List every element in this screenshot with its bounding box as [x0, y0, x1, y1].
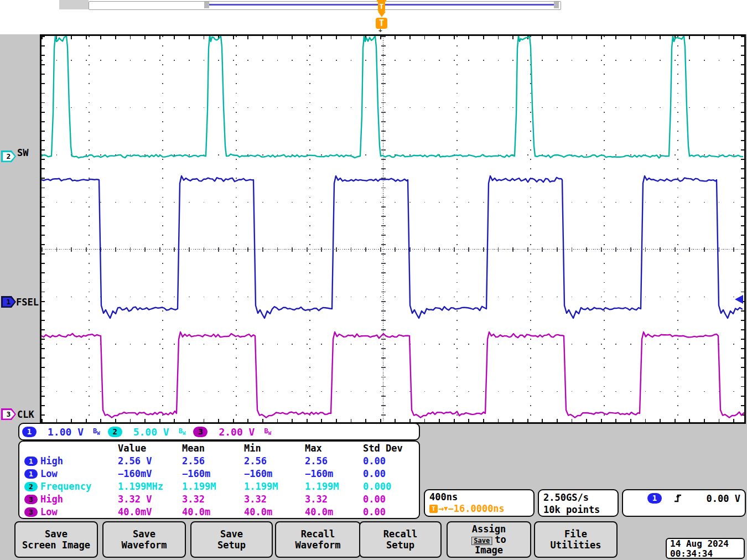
rising-edge-icon: [674, 494, 683, 503]
menu-button-recall-setup[interactable]: RecallSetup: [359, 521, 442, 558]
measurement-max: −160m: [305, 468, 363, 480]
menu-button-save-screen-image[interactable]: SaveScreen Image: [14, 521, 98, 558]
measurement-std: 0.00: [363, 455, 419, 468]
measurement-value: 2.56 V: [118, 455, 182, 468]
measurement-name: Frequency: [40, 480, 118, 493]
measurement-std: 0.000: [363, 480, 419, 493]
bandwidth-limit-badge: BW: [179, 427, 186, 436]
measurement-channel-badge: 3: [24, 507, 38, 517]
channel-3-position-marker[interactable]: 3: [1, 408, 16, 420]
measurement-value: 1.199MHz: [118, 480, 182, 493]
waveform-traces: [42, 36, 744, 422]
measurement-max: 40.0m: [305, 506, 363, 518]
horizontal-settings-box[interactable]: 400ns T → ▼ −16.0000ns: [424, 489, 535, 517]
measurement-min: 40.0m: [244, 506, 305, 518]
trigger-cross-mark: +: [378, 27, 382, 34]
trace-sw: [42, 36, 743, 158]
acquisition-box[interactable]: 2.50GS/s 10k points: [538, 489, 619, 517]
measurement-std: 0.00: [363, 506, 419, 518]
trigger-delay-value: −16.0000ns: [448, 503, 504, 514]
measurement-mean: 1.199M: [182, 480, 244, 493]
col-header-mean: Mean: [182, 442, 244, 455]
menu-button-save-waveform[interactable]: SaveWaveform: [102, 521, 186, 558]
arrow-right-icon: →: [438, 503, 444, 514]
sample-rate: 2.50GS/s: [543, 491, 618, 504]
col-header-stddev: Std Dev: [363, 442, 419, 455]
measurement-name: High: [40, 493, 118, 506]
measurement-min: −160m: [244, 468, 305, 480]
col-header-min: Min: [244, 442, 305, 455]
trigger-delay-readout: T → ▼ −16.0000ns: [429, 503, 533, 514]
channel-2-position-marker[interactable]: 2: [1, 151, 16, 162]
measurement-panel: Value Mean Min Max Std Dev 1High2.56 V2.…: [18, 440, 420, 519]
measurement-value: 3.32 V: [118, 493, 182, 506]
channel-scale-bar[interactable]: 11.00 VBW25.00 VBW32.00 VBW: [18, 423, 420, 440]
menu-button-file-utilities[interactable]: FileUtilities: [534, 521, 618, 558]
measurement-min: 3.32: [244, 493, 305, 506]
top-strip-gray-block: [59, 0, 89, 9]
record-window-right-bracket[interactable]: [554, 2, 559, 8]
measurement-mean: 40.0m: [182, 506, 244, 518]
trace-label-sw: SW: [17, 147, 28, 158]
measurement-max: 2.56: [305, 455, 363, 468]
oscilloscope-screen: T T + 2 SW 1 FSEL 3 CLK 11.00 VBW25.00 V…: [0, 0, 747, 560]
measurement-mean: 3.32: [182, 493, 244, 506]
trigger-position-flag[interactable]: T: [378, 1, 385, 12]
date-text: 14 Aug 2024: [670, 539, 744, 549]
record-window-left-bracket[interactable]: [204, 2, 209, 8]
channel-2-badge[interactable]: 2: [108, 427, 122, 437]
measurement-value: 40.0mV: [118, 506, 182, 518]
trace-clk: [42, 332, 744, 418]
mini-save-badge: Save: [471, 537, 492, 545]
trigger-level-arrow-icon[interactable]: [735, 295, 743, 304]
trace-label-clk: CLK: [17, 409, 34, 420]
channel-3-scale[interactable]: 2.00 V: [219, 426, 255, 438]
trigger-level-value: 0.00 V: [707, 493, 740, 504]
bandwidth-limit-badge: BW: [264, 427, 271, 436]
measurement-channel-badge: 1: [24, 457, 38, 466]
measurement-name: Low: [40, 468, 118, 480]
channel-1-position-marker[interactable]: 1: [1, 296, 16, 308]
measurement-mean: 2.56: [182, 455, 244, 468]
measurement-channel-badge: 2: [24, 482, 38, 491]
channel-2-scale[interactable]: 5.00 V: [133, 426, 169, 438]
time-text: 00:34:34: [670, 549, 744, 559]
timebase-scale: 400ns: [429, 491, 533, 502]
measurement-std: 0.00: [363, 468, 419, 480]
measurement-mean: −160m: [182, 468, 244, 480]
measurement-max: 1.199M: [305, 480, 363, 493]
waveform-display: [40, 34, 746, 424]
trigger-settings-box[interactable]: 1 0.00 V: [622, 489, 746, 517]
measurement-std: 0.00: [363, 493, 419, 506]
measurement-max: 3.32: [305, 493, 363, 506]
trace-fsel: [42, 176, 742, 318]
menu-button-assign-to-image[interactable]: AssignSavetoImage: [447, 521, 531, 558]
measurement-table: Value Mean Min Max Std Dev 1High2.56 V2.…: [22, 442, 419, 518]
menu-button-recall-waveform[interactable]: RecallWaveform: [275, 521, 361, 558]
trace-label-fsel: FSEL: [16, 297, 39, 308]
datetime-box: 14 Aug 2024 00:34:34: [666, 538, 745, 559]
col-header-max: Max: [305, 442, 363, 455]
trigger-source-badge: 1: [647, 493, 662, 504]
measurement-channel-badge: 3: [24, 495, 38, 504]
record-view-bar[interactable]: [89, 1, 561, 10]
measurement-min: 2.56: [244, 455, 305, 468]
menu-button-save-setup[interactable]: SaveSetup: [190, 521, 273, 558]
trigger-t-icon: T: [429, 505, 438, 513]
measurement-min: 1.199M: [244, 480, 305, 493]
col-header-value: Value: [118, 442, 182, 455]
measurement-value: −160mV: [118, 468, 182, 480]
record-points: 10k points: [543, 504, 618, 516]
measurement-channel-badge: 1: [24, 469, 38, 479]
trigger-position-arrow-icon: [378, 12, 386, 17]
triangle-down-icon: ▼: [444, 505, 448, 512]
measurement-name: Low: [40, 506, 118, 518]
channel-3-badge[interactable]: 3: [193, 427, 208, 437]
measurement-name: High: [40, 455, 118, 468]
channel-1-scale[interactable]: 1.00 V: [48, 426, 84, 438]
channel-1-badge[interactable]: 1: [22, 427, 37, 437]
bandwidth-limit-badge: BW: [93, 427, 100, 436]
